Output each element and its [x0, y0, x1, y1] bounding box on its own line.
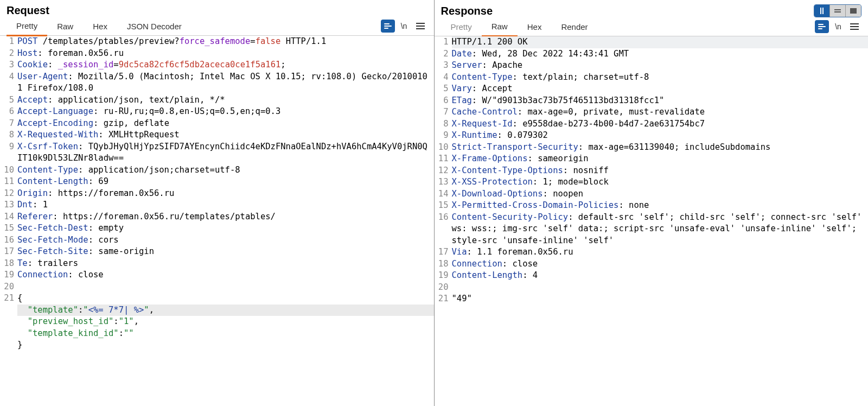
newline-toggle[interactable]: \n: [397, 20, 411, 33]
request-header: Request: [0, 0, 434, 17]
beautify-icon[interactable]: [381, 20, 395, 33]
response-header: Response: [435, 0, 869, 17]
layout-columns-icon[interactable]: [814, 5, 829, 17]
layout-rows-icon[interactable]: [829, 5, 845, 17]
request-title: Request: [7, 4, 49, 17]
response-editor[interactable]: 1HTTP/1.1 200 OK 2Date: Wed, 28 Dec 2022…: [435, 36, 869, 406]
request-editor[interactable]: 1POST /templates/ptables/preview?force_s…: [0, 36, 434, 406]
resp-tab-hex[interactable]: Hex: [518, 17, 552, 36]
split-container: Request Pretty Raw Hex JSON Decoder \n 1…: [0, 0, 868, 406]
tab-json-decoder[interactable]: JSON Decoder: [117, 17, 192, 35]
http-status: HTTP/1.1 200 OK: [452, 36, 869, 48]
resp-beautify-icon[interactable]: [815, 20, 829, 33]
body-template-line[interactable]: "template":"<%= 7*7| %>",: [17, 304, 434, 316]
tab-pretty[interactable]: Pretty: [7, 16, 47, 36]
resp-newline-toggle[interactable]: \n: [831, 20, 845, 33]
resp-tab-raw[interactable]: Raw: [482, 17, 518, 37]
response-tabs: Pretty Raw Hex Render \n: [435, 17, 869, 36]
response-pane: Response Pretty Raw Hex Render \n 1HTTP/…: [435, 0, 869, 406]
menu-icon[interactable]: [413, 20, 427, 33]
layout-toggle[interactable]: [814, 4, 861, 17]
resp-tab-render[interactable]: Render: [551, 17, 597, 36]
tab-raw[interactable]: Raw: [47, 17, 83, 35]
response-title: Response: [441, 5, 493, 17]
request-pane: Request Pretty Raw Hex JSON Decoder \n 1…: [0, 0, 434, 406]
resp-tab-pretty[interactable]: Pretty: [441, 17, 482, 36]
resp-menu-icon[interactable]: [847, 20, 861, 33]
http-method: POST: [17, 36, 37, 46]
layout-single-icon[interactable]: [845, 5, 861, 17]
response-body: "49": [452, 293, 869, 305]
tab-hex[interactable]: Hex: [83, 17, 117, 35]
request-tabs: Pretty Raw Hex JSON Decoder \n: [0, 17, 434, 36]
